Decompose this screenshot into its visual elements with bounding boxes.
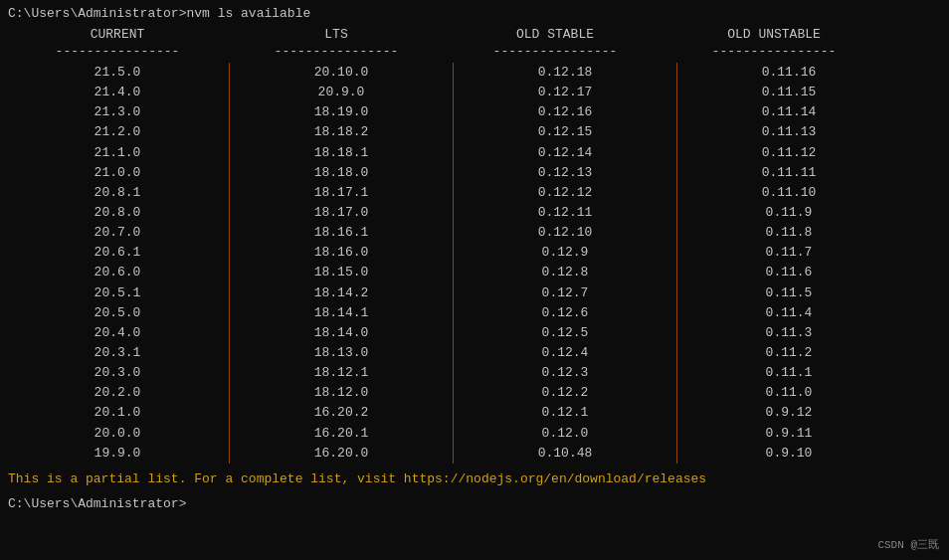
cell-0-1: 21.4.0 [8,83,227,102]
cell-2-11: 0.12.7 [456,283,674,303]
cell-3-9: 0.11.7 [679,243,898,263]
cell-1-11: 18.14.2 [232,283,451,303]
cell-1-18: 16.20.1 [232,424,451,444]
cell-3-18: 0.9.11 [679,424,898,444]
cell-3-1: 0.11.15 [679,83,898,102]
cell-3-2: 0.11.14 [679,102,898,122]
cell-2-6: 0.12.12 [456,183,674,203]
cell-3-13: 0.11.3 [679,323,898,343]
cell-2-4: 0.12.14 [456,143,674,163]
cell-3-7: 0.11.9 [679,203,898,223]
cell-2-16: 0.12.2 [456,383,674,403]
cell-1-3: 18.18.2 [232,122,451,142]
col-divider-1: ---------------- [227,44,446,59]
cell-0-19: 19.9.0 [8,444,227,464]
cell-3-5: 0.11.11 [679,163,898,183]
cell-3-11: 0.11.5 [679,283,898,303]
footer-note: This is a partial list. For a complete l… [8,471,941,486]
cell-1-10: 18.15.0 [232,263,451,282]
cell-1-8: 18.16.1 [232,223,451,243]
col-separator-3 [676,63,677,464]
col-header-3: OLD UNSTABLE [664,27,883,42]
cell-1-13: 18.14.0 [232,323,451,343]
cell-1-16: 18.12.0 [232,383,451,403]
cell-1-5: 18.18.0 [232,163,451,183]
table-col-1: 20.10.020.9.018.19.018.18.218.18.118.18.… [232,63,451,464]
table-container: CURRENTLTSOLD STABLEOLD UNSTABLE -------… [8,27,941,464]
cell-0-11: 20.5.1 [8,283,227,303]
cell-1-14: 18.13.0 [232,343,451,363]
cell-2-3: 0.12.15 [456,122,674,142]
cell-2-15: 0.12.3 [456,363,674,383]
cell-1-7: 18.17.0 [232,203,451,223]
cell-3-12: 0.11.4 [679,303,898,323]
table-header: CURRENTLTSOLD STABLEOLD UNSTABLE [8,27,941,42]
cell-0-7: 20.8.0 [8,203,227,223]
cell-0-5: 21.0.0 [8,163,227,183]
cell-2-14: 0.12.4 [456,343,674,363]
watermark: CSDN @三既 [877,537,939,552]
cell-3-3: 0.11.13 [679,122,898,142]
cell-2-19: 0.10.48 [456,444,674,464]
cell-0-12: 20.5.0 [8,303,227,323]
cell-2-12: 0.12.6 [456,303,674,323]
cell-2-18: 0.12.0 [456,424,674,444]
cell-3-14: 0.11.2 [679,343,898,363]
cell-0-0: 21.5.0 [8,63,227,83]
cell-2-2: 0.12.16 [456,102,674,122]
cell-0-6: 20.8.1 [8,183,227,203]
cell-1-0: 20.10.0 [232,63,451,83]
cell-0-16: 20.2.0 [8,383,227,403]
col-divider-3: ---------------- [664,44,883,59]
cell-2-8: 0.12.10 [456,223,674,243]
col-separator-1 [229,63,230,464]
col-header-1: LTS [227,27,446,42]
cell-1-15: 18.12.1 [232,363,451,383]
table-col-3: 0.11.160.11.150.11.140.11.130.11.120.11.… [679,63,898,464]
table-col-0: 21.5.021.4.021.3.021.2.021.1.021.0.020.8… [8,63,227,464]
cell-0-13: 20.4.0 [8,323,227,343]
cell-0-18: 20.0.0 [8,424,227,444]
cell-3-17: 0.9.12 [679,403,898,423]
col-separator-2 [453,63,454,464]
terminal: C:\Users\Administrator>nvm ls available … [0,0,949,560]
cell-0-17: 20.1.0 [8,403,227,423]
cell-0-8: 20.7.0 [8,223,227,243]
cell-1-2: 18.19.0 [232,102,451,122]
cell-2-9: 0.12.9 [456,243,674,263]
cell-1-19: 16.20.0 [232,444,451,464]
cell-3-0: 0.11.16 [679,63,898,83]
table-body: 21.5.021.4.021.3.021.2.021.1.021.0.020.8… [8,63,941,464]
cell-0-10: 20.6.0 [8,263,227,282]
cell-3-19: 0.9.10 [679,444,898,464]
cell-2-10: 0.12.8 [456,263,674,282]
cell-1-12: 18.14.1 [232,303,451,323]
cell-1-4: 18.18.1 [232,143,451,163]
cell-3-4: 0.11.12 [679,143,898,163]
cell-0-4: 21.1.0 [8,143,227,163]
cell-3-15: 0.11.1 [679,363,898,383]
cell-2-0: 0.12.18 [456,63,674,83]
cell-0-3: 21.2.0 [8,122,227,142]
cell-2-7: 0.12.11 [456,203,674,223]
col-header-2: OLD STABLE [446,27,664,42]
cell-2-1: 0.12.17 [456,83,674,102]
cell-0-14: 20.3.1 [8,343,227,363]
cell-0-15: 20.3.0 [8,363,227,383]
prompt-end: C:\Users\Administrator> [8,496,941,511]
cell-2-5: 0.12.13 [456,163,674,183]
cell-1-9: 18.16.0 [232,243,451,263]
cell-0-9: 20.6.1 [8,243,227,263]
table-col-2: 0.12.180.12.170.12.160.12.150.12.140.12.… [456,63,674,464]
cell-3-6: 0.11.10 [679,183,898,203]
cell-1-17: 16.20.2 [232,403,451,423]
cell-2-17: 0.12.1 [456,403,674,423]
cell-3-10: 0.11.6 [679,263,898,282]
cell-1-1: 20.9.0 [232,83,451,102]
table-divider: ----------------------------------------… [8,44,941,59]
col-divider-2: ---------------- [446,44,664,59]
cell-3-8: 0.11.8 [679,223,898,243]
command-line: C:\Users\Administrator>nvm ls available [8,6,941,21]
cell-3-16: 0.11.0 [679,383,898,403]
cell-1-6: 18.17.1 [232,183,451,203]
